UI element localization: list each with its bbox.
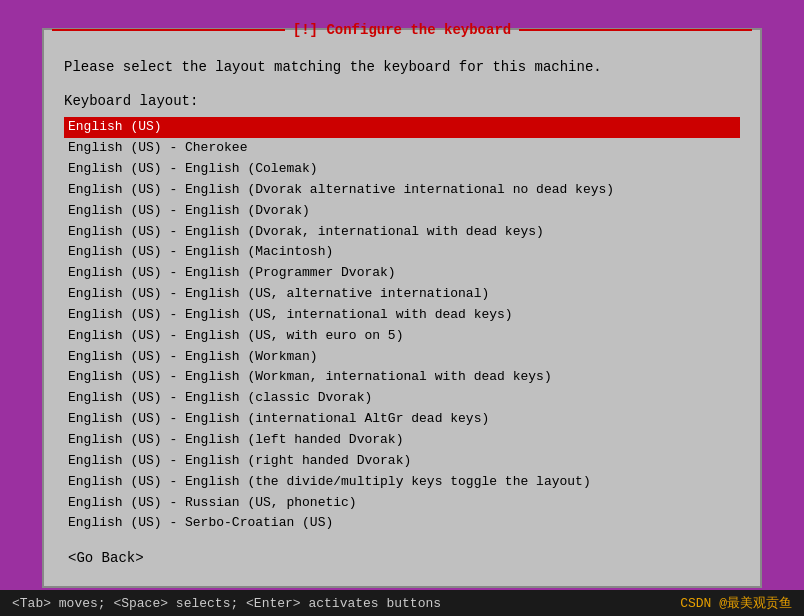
list-item[interactable]: English (US) - Serbo-Croatian (US) xyxy=(64,513,740,534)
list-item[interactable]: English (US) - Russian (US, phonetic) xyxy=(64,493,740,514)
list-item[interactable]: English (US) - English (Dvorak alternati… xyxy=(64,180,740,201)
list-item[interactable]: English (US) - English (US, internationa… xyxy=(64,305,740,326)
section-label: Keyboard layout: xyxy=(64,93,740,109)
list-item[interactable]: English (US) - English (Colemak) xyxy=(64,159,740,180)
list-item[interactable]: English (US) xyxy=(64,117,740,138)
title-bar-line-left xyxy=(52,29,285,31)
description-text: Please select the layout matching the ke… xyxy=(64,58,740,78)
list-item[interactable]: English (US) - English (right handed Dvo… xyxy=(64,451,740,472)
status-bar-left: <Tab> moves; <Space> selects; <Enter> ac… xyxy=(12,596,441,611)
status-bar: <Tab> moves; <Space> selects; <Enter> ac… xyxy=(0,590,804,616)
list-item[interactable]: English (US) - English (left handed Dvor… xyxy=(64,430,740,451)
dialog-title: [!] Configure the keyboard xyxy=(285,22,519,38)
list-item[interactable]: English (US) - English (Dvorak, internat… xyxy=(64,222,740,243)
list-item[interactable]: English (US) - English (US, with euro on… xyxy=(64,326,740,347)
list-item[interactable]: English (US) - English (the divide/multi… xyxy=(64,472,740,493)
dialog-content: Please select the layout matching the ke… xyxy=(44,42,760,586)
go-back-button[interactable]: <Go Back> xyxy=(68,550,144,566)
button-area: <Go Back> xyxy=(64,550,740,566)
title-bar-line-right xyxy=(519,29,752,31)
list-item[interactable]: English (US) - English (Dvorak) xyxy=(64,201,740,222)
list-item[interactable]: English (US) - English (US, alternative … xyxy=(64,284,740,305)
status-bar-right: CSDN @最美观贡鱼 xyxy=(680,594,792,612)
list-item[interactable]: English (US) - English (Workman) xyxy=(64,347,740,368)
list-item[interactable]: English (US) - English (Macintosh) xyxy=(64,242,740,263)
list-item[interactable]: English (US) - English (international Al… xyxy=(64,409,740,430)
list-item[interactable]: English (US) - English (Workman, interna… xyxy=(64,367,740,388)
list-item[interactable]: English (US) - English (Programmer Dvora… xyxy=(64,263,740,284)
list-item[interactable]: English (US) - Cherokee xyxy=(64,138,740,159)
list-item[interactable]: English (US) - English (classic Dvorak) xyxy=(64,388,740,409)
screen: [!] Configure the keyboard Please select… xyxy=(0,0,804,616)
dialog-box: [!] Configure the keyboard Please select… xyxy=(42,28,762,588)
keyboard-layout-list[interactable]: English (US)English (US) - CherokeeEngli… xyxy=(64,117,740,534)
title-bar: [!] Configure the keyboard xyxy=(44,18,760,42)
